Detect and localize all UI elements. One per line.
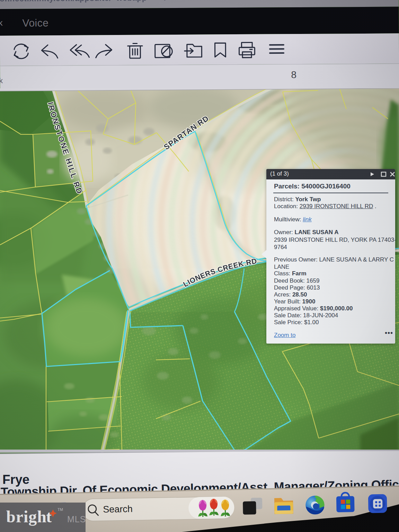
svg-text:brigh: brigh	[6, 507, 47, 526]
svg-text:Search: Search	[103, 504, 133, 514]
svg-text:TM: TM	[57, 507, 63, 512]
svg-text:MLS: MLS	[67, 514, 86, 524]
svg-text:t: t	[46, 507, 52, 526]
